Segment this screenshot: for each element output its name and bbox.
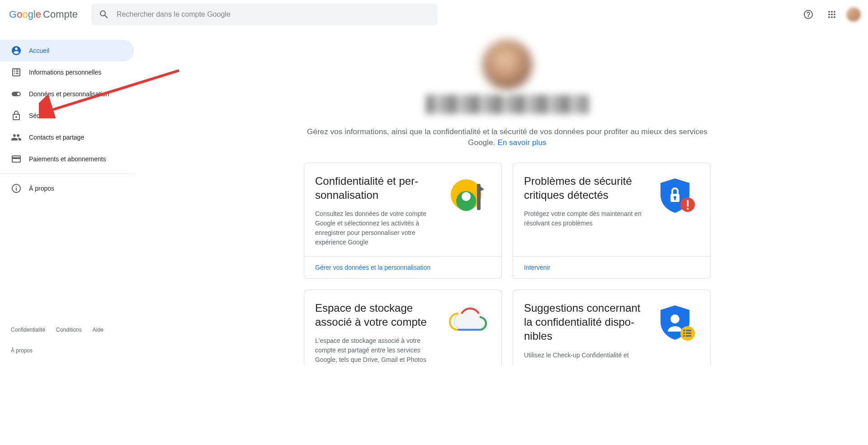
security-shield-icon — [654, 174, 699, 219]
intro-text: Gérez vos informations, ainsi que la con… — [304, 126, 711, 148]
card-title: Espace de stockage asso­cié à votre comp… — [315, 301, 438, 329]
sidebar-item-security[interactable]: Sécurité — [0, 105, 134, 126]
search-bar[interactable] — [91, 4, 438, 25]
footer-about-link[interactable]: À propos — [11, 347, 33, 354]
info-icon — [11, 183, 22, 194]
footer-terms-link[interactable]: Conditions — [56, 327, 82, 333]
svg-rect-7 — [675, 197, 676, 200]
profile-area — [157, 40, 857, 114]
footer-help-link[interactable]: Aide — [93, 327, 104, 333]
sidebar-item-label: Sécurité — [29, 112, 52, 119]
card-title: Suggestions concernant la confidentialit… — [524, 301, 647, 343]
svg-point-3 — [462, 192, 471, 201]
nav-divider — [0, 173, 136, 174]
sidebar-item-label: Contacts et partage — [29, 134, 84, 141]
id-card-icon — [11, 67, 22, 78]
product-name: Compte — [43, 9, 78, 20]
svg-rect-13 — [683, 330, 685, 331]
svg-rect-14 — [686, 330, 691, 331]
card-desc: Utilisez le Check-up Confidentialité et — [524, 351, 647, 360]
sidebar-item-label: Données et personnalisation — [29, 90, 109, 98]
sidebar-item-label: Accueil — [29, 47, 49, 54]
svg-point-11 — [670, 314, 679, 323]
svg-rect-15 — [683, 333, 685, 334]
help-icon — [803, 9, 814, 20]
card-desc: L'espace de stockage associé à votre com… — [315, 336, 438, 365]
sidebar-item-payments[interactable]: Paiements et abonnements — [0, 148, 134, 170]
card-desc: Consultez les données de votre compte Go… — [315, 209, 438, 247]
sidebar-item-label: À propos — [29, 185, 54, 192]
sidebar-item-data-personalization[interactable]: Données et personnalisation — [0, 83, 134, 105]
card-privacy-personalization: Confidentialité et per­sonnalisation Con… — [304, 163, 502, 279]
svg-rect-16 — [686, 333, 691, 334]
sidebar-item-personal-info[interactable]: Informations personnelles — [0, 61, 134, 83]
toggle-icon — [11, 89, 22, 99]
svg-rect-17 — [683, 335, 685, 337]
cloud-storage-icon — [445, 301, 491, 346]
sidebar: Accueil Informations personnelles Donnée… — [0, 29, 136, 365]
sidebar-item-label: Paiements et abonnements — [29, 155, 106, 163]
profile-name-redacted — [426, 95, 589, 114]
card-security-issues: Problèmes de sécurité critiques détectés… — [513, 163, 711, 279]
lock-icon — [11, 110, 22, 121]
card-privacy-suggestions: Suggestions concernant la confidentialit… — [513, 290, 711, 365]
card-desc: Protégez votre compte dès mainte­nant en… — [524, 209, 647, 228]
header-actions — [799, 5, 861, 23]
card-action-link[interactable]: Intervenir — [513, 256, 710, 278]
privacy-illustration-icon — [445, 174, 491, 219]
svg-rect-18 — [686, 335, 691, 337]
main-content: Gérez vos informations, ainsi que la con… — [136, 29, 868, 365]
logo[interactable]: Google Compte — [9, 9, 78, 20]
apps-button[interactable] — [823, 5, 841, 23]
sidebar-item-people-sharing[interactable]: Contacts et partage — [0, 126, 134, 148]
search-icon — [99, 9, 109, 20]
google-logo-icon: Google — [9, 9, 41, 20]
header: Google Compte — [0, 0, 868, 29]
sidebar-item-about[interactable]: À propos — [0, 178, 134, 199]
search-input[interactable] — [117, 10, 430, 19]
sidebar-item-home[interactable]: Accueil — [0, 40, 134, 61]
sidebar-item-label: Informations personnelles — [29, 69, 101, 76]
svg-rect-9 — [687, 200, 689, 206]
svg-rect-10 — [687, 208, 689, 210]
people-icon — [11, 132, 22, 143]
profile-avatar — [482, 40, 532, 89]
card-storage: Espace de stockage asso­cié à votre comp… — [304, 290, 502, 365]
account-avatar[interactable] — [846, 7, 861, 22]
footer-privacy-link[interactable]: Confidentialité — [11, 327, 45, 333]
footer-links: Confidentialité Conditions Aide À propos — [0, 327, 136, 365]
card-title: Problèmes de sécurité critiques détectés — [524, 174, 647, 202]
account-circle-icon — [11, 45, 22, 56]
learn-more-link[interactable]: En savoir plus — [497, 138, 546, 147]
card-title: Confidentialité et per­sonnalisation — [315, 174, 438, 202]
apps-grid-icon — [826, 9, 837, 20]
card-action-link[interactable]: Gérer vos données et la personnalisation — [304, 256, 501, 278]
help-button[interactable] — [799, 5, 817, 23]
privacy-shield-icon — [654, 301, 699, 346]
credit-card-icon — [11, 154, 22, 164]
